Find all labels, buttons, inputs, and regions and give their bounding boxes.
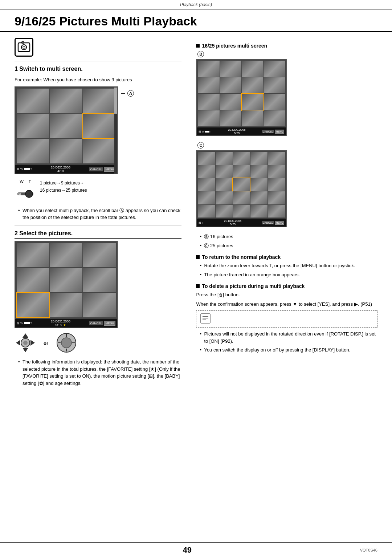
screen-icons-left-1: ⊠ W T [17,167,32,171]
screen-icons-left-2: ⊠ W T [17,322,32,325]
page-code: VQT0S46 [360,548,377,552]
right-column: 16/25 pictures multi screen B [189,32,377,389]
header-text: Playback (basic) [180,2,212,7]
svg-marker-9 [16,340,20,346]
zoom-lever-svg: ⊠ [16,184,35,203]
thumb-grid-16 [197,60,286,127]
screen-mockup-1: ⊠ W T 20.DEC.2005 4/18 CANCEL MENU [15,86,118,174]
svg-rect-0 [18,43,30,52]
svg-marker-8 [23,348,28,352]
menu-btn-1: MENU [104,167,115,172]
or-text: or [44,341,48,346]
screen-status-2: ⊠ W T 20.DEC.2005 5/18 ★ CANCEL [15,319,117,328]
thumb-grid-9-step2 [15,241,117,319]
step2-bullets: The following information is displayed: … [18,358,181,387]
return-bullet-2: The picture framed in an orange box appe… [200,271,377,278]
note-icon [200,313,211,325]
svg-point-5 [25,190,33,198]
c-bullet: Ⓒ 25 pictures [200,242,377,249]
thumb-8 [50,139,83,163]
camera-icon [15,38,33,57]
left-column: 1 Switch to multi screen. For example: W… [15,32,189,389]
screen-c-wrapper: C [196,142,377,229]
s2-thumb-2 [50,243,83,267]
thumb-2 [50,89,83,113]
black-square-1 [196,44,200,48]
zoom-desc: 1 picture→9 pictures→ 16 pictures→25 pic… [40,179,87,194]
svg-rect-22 [203,320,206,320]
thumb-5 [50,114,83,138]
thumb-7 [17,139,49,163]
b-bullet: Ⓑ 16 pictures [200,233,377,240]
note-bullet-2: You can switch the display on or off by … [200,346,377,354]
step1-title: 1 Switch to multi screen. [15,66,181,74]
screen-mockup-2: ⊠ W T 20.DEC.2005 5/18 ★ CANCEL [15,241,118,329]
zoom-diagram: W T ⊠ 1 picture→9 pictures→ 16 pictures→… [15,179,181,203]
svg-rect-20 [203,316,208,317]
svg-marker-10 [30,340,35,346]
svg-point-2 [23,46,25,48]
page-number: 49 [183,545,192,555]
section-header-delete: To delete a picture during a multi playb… [196,283,377,289]
label-c: C [197,142,204,149]
thumb-9 [83,139,116,163]
s2-thumb-7-selected [17,293,49,317]
s2-thumb-3 [83,243,116,267]
thumb-1 [17,89,49,113]
screen-date-b: 20.DEC.2005 5/25 [212,128,262,135]
s2-thumb-9 [83,293,116,317]
svg-rect-21 [203,318,208,318]
thumb-6-selected [83,114,116,138]
dpad-arrows [15,332,36,355]
s2-thumb-4 [17,268,49,292]
camera-icon-area [15,38,181,57]
page-footer: 49 VQT0S46 [0,542,392,557]
screen-c: ⊠ T 20.DEC.2005 5/25 CANCEL MENU [196,150,287,227]
screen-b: ⊠ W T 20.DEC.2005 5/25 CANCEL MENU [196,59,287,136]
step2-title: 2 Select the pictures. [15,230,181,239]
thumb-4 [17,114,49,138]
cancel-btn-1: CANCEL [89,167,103,171]
bc-bullets: Ⓑ 16 pictures Ⓒ 25 pictures [200,233,377,249]
svg-point-1 [21,45,26,50]
label-a-area: — A [121,86,134,97]
s2-thumb-8 [50,293,83,317]
screen-date-2: 20.DEC.2005 5/18 ★ [32,320,89,327]
screen-status-1: ⊠ W T 20.DEC.2005 4/18 CANCEL MENU [15,165,117,174]
svg-point-14 [61,338,72,348]
step1-bullet-1: When you select multi playback, the scro… [18,207,181,221]
s2-thumb-6 [83,268,116,292]
scrollbar-a [114,87,117,174]
joystick [56,332,77,355]
note-box [196,310,377,328]
step1-bullets: When you select multi playback, the scro… [18,207,181,221]
page-title: 9/16/25 Pictures Multi Playback [0,9,392,32]
label-a: A [127,90,134,97]
note-bullets: Pictures will not be displayed in the ro… [200,330,377,354]
controls-row: or [15,332,181,355]
delete-press-text: Press the [🗑] button. [196,291,377,298]
return-bullets: Rotate the zoom lever towards T, or pres… [200,262,377,278]
thumb-grid-25 [197,151,286,219]
screen-status-b: ⊠ W T 20.DEC.2005 5/25 CANCEL MENU [197,127,286,135]
menu-btn-2: MENU [104,321,115,326]
screen-b-wrapper: B [196,51,377,138]
step1-desc: For example: When you have chosen to sho… [15,76,181,84]
screen-date-c: 20.DEC.2005 5/25 [204,219,262,226]
step2-bullet-1: The following information is displayed: … [18,358,181,387]
svg-text:⊠: ⊠ [18,192,21,196]
svg-marker-7 [23,333,28,338]
screen-date-1: 20.DEC.2005 4/18 [32,166,89,173]
label-b: B [197,51,204,57]
cancel-btn-2: CANCEL [89,321,103,325]
thumb-grid-9 [15,87,117,165]
note-bullet-1: Pictures will not be displayed in the ro… [200,330,377,345]
screen-status-c: ⊠ T 20.DEC.2005 5/25 CANCEL MENU [197,219,286,227]
section-header-return: To return to the normal playback [196,254,377,260]
main-content: 1 Switch to multi screen. For example: W… [0,32,392,389]
zoom-lever: W T ⊠ [15,179,36,203]
return-bullet-1: Rotate the zoom lever towards T, or pres… [200,262,377,269]
s2-thumb-5 [50,268,83,292]
joystick-svg [56,332,77,354]
svg-point-12 [23,341,28,345]
